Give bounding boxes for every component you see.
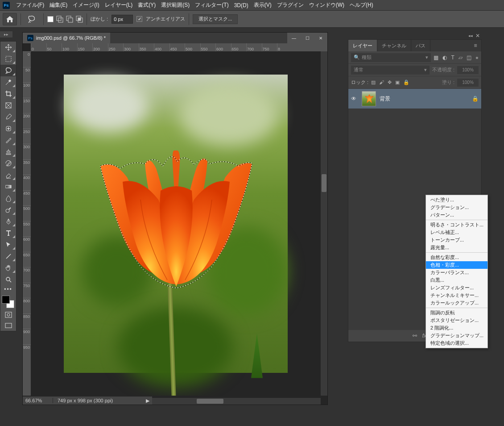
- menu-type[interactable]: 書式(Y): [135, 0, 158, 10]
- line-tool[interactable]: [0, 251, 16, 262]
- color-swatches[interactable]: [0, 294, 16, 309]
- panel-menu-icon[interactable]: ≡: [470, 40, 481, 51]
- stamp-tool[interactable]: [0, 146, 16, 158]
- dock-collapse-icon[interactable]: ▸▸: [0, 31, 12, 38]
- close-button[interactable]: ✕: [314, 33, 327, 43]
- dock-collapse-icon[interactable]: ◂◂: [468, 33, 473, 38]
- menu-help[interactable]: ヘルプ(H): [347, 0, 376, 10]
- menu-window[interactable]: ウィンドウ(W): [306, 0, 347, 10]
- eyedropper-tool[interactable]: [0, 111, 16, 123]
- filter-type-icon[interactable]: T: [451, 54, 454, 61]
- feather-input[interactable]: [112, 15, 133, 24]
- link-layers-icon[interactable]: ⚯: [413, 333, 417, 339]
- minimize-button[interactable]: —: [287, 33, 301, 43]
- context-menu-item[interactable]: レンズフィルター...: [426, 284, 487, 292]
- context-menu-item[interactable]: チャンネルミキサー...: [426, 292, 487, 299]
- zoom-tool[interactable]: [0, 274, 16, 285]
- antialias-checkbox[interactable]: ✓: [136, 16, 142, 22]
- menu-image[interactable]: イメージ(I): [70, 0, 102, 10]
- pen-tool[interactable]: [0, 216, 16, 227]
- dodge-tool[interactable]: [0, 204, 16, 216]
- menu-filter[interactable]: フィルター(T): [192, 0, 231, 10]
- canvas[interactable]: [31, 51, 321, 396]
- context-menu-item[interactable]: 色相・彩度...: [426, 261, 487, 269]
- context-menu-item[interactable]: 自然な彩度...: [426, 254, 487, 261]
- lock-all-icon[interactable]: 🔒: [403, 79, 409, 85]
- maximize-button[interactable]: ☐: [301, 33, 314, 43]
- home-button[interactable]: [3, 13, 17, 25]
- layer-row[interactable]: 👁 背景 🔒: [348, 89, 481, 109]
- scrollbar-horizontal[interactable]: [152, 398, 321, 405]
- menu-view[interactable]: 表示(V): [251, 0, 274, 10]
- menu-plugin[interactable]: プラグイン: [274, 0, 306, 10]
- screen-mode-button[interactable]: [0, 320, 16, 331]
- context-menu-item[interactable]: グラデーションマップ...: [426, 332, 487, 339]
- heal-tool[interactable]: [0, 123, 16, 134]
- layer-name[interactable]: 背景: [380, 95, 468, 103]
- document-tab[interactable]: Ps img000.psd @ 66.7% (RGB/8) *: [23, 33, 110, 43]
- blend-mode-select[interactable]: 通常▾: [351, 66, 430, 75]
- opacity-input[interactable]: 100%: [457, 66, 479, 74]
- context-menu-item[interactable]: 明るさ・コントラスト...: [426, 221, 487, 229]
- layer-filter-kind[interactable]: 🔍 種類 ▾: [351, 53, 431, 62]
- context-menu-item[interactable]: グラデーション...: [426, 204, 487, 211]
- quick-mask-button[interactable]: [0, 309, 16, 320]
- active-tool-icon[interactable]: [25, 13, 40, 25]
- layer-thumbnail[interactable]: [362, 91, 376, 106]
- marquee-tool[interactable]: [0, 53, 16, 65]
- context-menu-item[interactable]: パターン...: [426, 211, 487, 219]
- context-menu-item[interactable]: トーンカーブ...: [426, 236, 487, 244]
- magic-wand-tool[interactable]: [0, 76, 16, 88]
- context-menu-item[interactable]: 露光量...: [426, 244, 487, 251]
- fill-input[interactable]: 100%: [457, 79, 479, 87]
- eraser-tool[interactable]: [0, 169, 16, 181]
- context-menu-item[interactable]: 特定色域の選択...: [426, 339, 487, 347]
- tab-channels[interactable]: チャンネル: [377, 40, 411, 51]
- type-tool[interactable]: [0, 227, 16, 239]
- gradient-tool[interactable]: [0, 181, 16, 192]
- scrollbar-thumb[interactable]: [322, 174, 326, 192]
- menu-layer[interactable]: レイヤー(L): [102, 0, 136, 10]
- move-tool[interactable]: [0, 42, 16, 53]
- filter-pixel-icon[interactable]: ▦: [434, 54, 438, 61]
- filter-smart-icon[interactable]: ◫: [467, 54, 471, 61]
- crop-tool[interactable]: [0, 88, 16, 100]
- selection-intersect-icon[interactable]: [76, 16, 83, 23]
- status-chevron-icon[interactable]: ▶: [143, 398, 152, 404]
- lock-position-icon[interactable]: ✥: [388, 79, 392, 85]
- selection-subtract-icon[interactable]: [66, 16, 73, 23]
- document-info[interactable]: 749 px x 998 px (300 ppi): [53, 398, 143, 403]
- scrollbar-vertical[interactable]: [321, 51, 327, 396]
- context-menu-item[interactable]: レベル補正...: [426, 229, 487, 236]
- frame-tool[interactable]: [0, 100, 16, 111]
- brush-tool[interactable]: [0, 134, 16, 146]
- history-brush-tool[interactable]: [0, 158, 16, 169]
- lock-pixels-icon[interactable]: 🖌: [379, 79, 384, 85]
- context-menu-item[interactable]: 白黒...: [426, 276, 487, 284]
- dock-close-icon[interactable]: ✕: [475, 33, 480, 39]
- tab-layers[interactable]: レイヤー: [348, 40, 377, 51]
- path-select-tool[interactable]: [0, 239, 16, 251]
- menu-3d[interactable]: 3D(D): [231, 1, 251, 9]
- context-menu-item[interactable]: べた塗り...: [426, 196, 487, 204]
- selection-new-icon[interactable]: [47, 16, 54, 22]
- selection-add-icon[interactable]: [56, 16, 63, 23]
- zoom-level[interactable]: 66.67%: [23, 398, 53, 403]
- lock-artboard-icon[interactable]: ▣: [395, 79, 400, 85]
- scrollbar-thumb[interactable]: [197, 399, 223, 404]
- context-menu-item[interactable]: カラールックアップ...: [426, 299, 487, 307]
- menu-file[interactable]: ファイル(F): [13, 0, 47, 10]
- context-menu-item[interactable]: カラーバランス...: [426, 269, 487, 276]
- menu-select[interactable]: 選択範囲(S): [158, 0, 192, 10]
- blur-tool[interactable]: [0, 192, 16, 204]
- menu-edit[interactable]: 編集(E): [47, 0, 70, 10]
- lock-transparent-icon[interactable]: ▨: [371, 79, 376, 85]
- filter-shape-icon[interactable]: ▱: [459, 54, 463, 61]
- ruler-horizontal[interactable]: 0501001502002503003504004505005506006507…: [31, 43, 327, 51]
- context-menu-item[interactable]: 2 階調化...: [426, 324, 487, 332]
- ruler-vertical[interactable]: 0501001502002503003504004505005506006507…: [23, 51, 31, 396]
- edit-toolbar-button[interactable]: •••: [0, 285, 16, 293]
- context-menu-item[interactable]: ポスタリゼーション...: [426, 317, 487, 324]
- tab-paths[interactable]: パス: [411, 40, 430, 51]
- context-menu-item[interactable]: 階調の反転: [426, 309, 487, 317]
